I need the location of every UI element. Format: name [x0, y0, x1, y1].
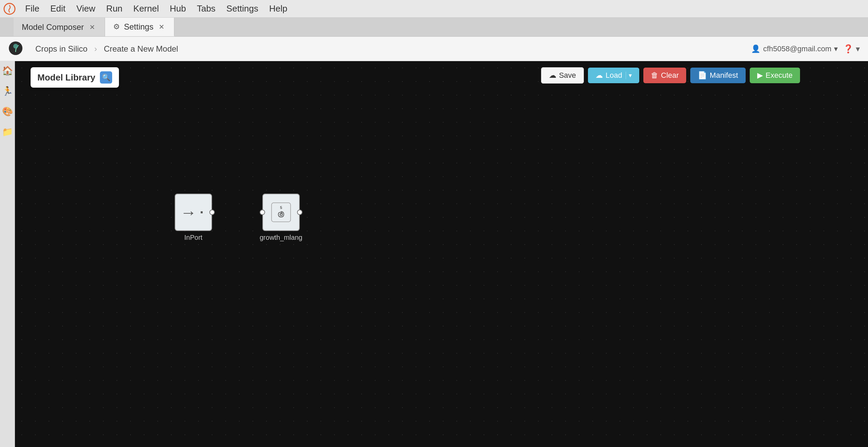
save-label: Save — [559, 71, 576, 80]
user-icon: 👤 — [751, 44, 760, 53]
node-growth-box[interactable]: 5 — [262, 194, 300, 231]
load-label: Load — [606, 71, 622, 80]
main-layout: 🏠 🏃 🎨 📁 Model Library 🔍 ☁ Save ☁ — [0, 61, 868, 447]
save-button[interactable]: ☁ Save — [541, 67, 584, 84]
model-library-label: Model Library — [37, 72, 95, 83]
tabbar: Model Composer ✕ ⚙ Settings ✕ — [0, 18, 868, 37]
app-toolbar: Crops in Silico › Create a New Model 👤 c… — [0, 37, 868, 61]
svg-text:5: 5 — [280, 205, 282, 210]
menu-settings[interactable]: Settings — [222, 2, 263, 15]
node-inport-box[interactable]: →⬝ — [175, 194, 212, 231]
clear-label: Clear — [661, 71, 679, 80]
menu-kernel[interactable]: Kernel — [128, 2, 163, 15]
svg-point-2 — [13, 44, 18, 49]
menu-view[interactable]: View — [72, 2, 100, 15]
clear-button[interactable]: 🗑 Clear — [643, 68, 687, 83]
user-dropdown-icon[interactable]: ▾ — [834, 44, 838, 53]
load-button[interactable]: ☁ Load ▾ — [588, 68, 639, 83]
user-email: cfh5058@gmail.com — [763, 44, 831, 53]
execute-icon: ▶ — [757, 71, 763, 80]
execute-button[interactable]: ▶ Execute — [750, 68, 800, 83]
sidebar-palette-icon[interactable]: 🎨 — [1, 105, 14, 118]
tab-model-composer-close[interactable]: ✕ — [88, 22, 97, 32]
sidebar: 🏠 🏃 🎨 📁 — [0, 61, 15, 447]
load-dropdown-icon[interactable]: ▾ — [626, 72, 632, 79]
menubar: File Edit View Run Kernel Hub Tabs Setti… — [0, 0, 868, 18]
search-icon: 🔍 — [102, 73, 110, 82]
tab-settings-close[interactable]: ✕ — [157, 22, 166, 32]
sidebar-home-icon[interactable]: 🏠 — [1, 65, 14, 77]
node-inport[interactable]: →⬝ InPort — [175, 194, 212, 242]
menu-hub[interactable]: Hub — [165, 2, 191, 15]
load-icon: ☁ — [595, 71, 603, 80]
nav-crops-in-silico[interactable]: Crops in Silico — [29, 41, 94, 56]
app-nav: Crops in Silico › Create a New Model — [29, 41, 751, 56]
svg-point-5 — [280, 213, 282, 214]
inport-icon: →⬝ — [180, 203, 207, 222]
menu-help[interactable]: Help — [264, 2, 292, 15]
crops-logo-icon — [8, 41, 23, 57]
help-circle-icon: ❓ — [843, 44, 853, 53]
save-icon: ☁ — [549, 71, 556, 80]
menu-run[interactable]: Run — [102, 2, 127, 15]
nav-separator: › — [94, 44, 97, 54]
node-inport-label: InPort — [184, 234, 202, 242]
execute-label: Execute — [766, 71, 793, 80]
canvas-toolbar: ☁ Save ☁ Load ▾ 🗑 Clear 📄 Manifest ▶ — [541, 67, 800, 84]
app-right: 👤 cfh5058@gmail.com ▾ ❓ ▾ — [751, 44, 860, 54]
model-library-search-button[interactable]: 🔍 — [100, 71, 112, 84]
node-growth-mlang[interactable]: 5 growth_mlang — [260, 194, 302, 242]
user-info: 👤 cfh5058@gmail.com ▾ — [751, 44, 838, 53]
manifest-icon: 📄 — [698, 71, 707, 80]
tab-model-composer-label: Model Composer — [22, 22, 84, 32]
menu-edit[interactable]: Edit — [46, 2, 70, 15]
model-library-panel: Model Library 🔍 — [31, 67, 119, 88]
manifest-button[interactable]: 📄 Manifest — [690, 68, 745, 83]
settings-tab-icon: ⚙ — [113, 22, 120, 31]
canvas-area[interactable]: Model Library 🔍 ☁ Save ☁ Load ▾ 🗑 — [15, 61, 868, 447]
tab-model-composer[interactable]: Model Composer ✕ — [14, 18, 105, 36]
app-logo-icon — [3, 3, 16, 15]
tab-settings[interactable]: ⚙ Settings ✕ — [105, 18, 175, 36]
menu-file[interactable]: File — [20, 2, 44, 15]
manifest-label: Manifest — [710, 71, 738, 80]
canvas-content: Model Library 🔍 ☁ Save ☁ Load ▾ 🗑 — [15, 61, 868, 447]
clear-icon: 🗑 — [651, 71, 658, 80]
nav-create-new-model[interactable]: Create a New Model — [97, 41, 185, 56]
growth-spiral-icon: 5 — [271, 202, 291, 222]
sidebar-run-icon[interactable]: 🏃 — [1, 85, 14, 97]
node-inport-port-right[interactable] — [209, 210, 215, 215]
help-dropdown-icon[interactable]: ▾ — [856, 44, 860, 53]
tab-settings-label: Settings — [124, 22, 154, 32]
sidebar-folder-icon[interactable]: 📁 — [1, 126, 14, 138]
node-growth-port-left[interactable] — [260, 210, 265, 215]
node-growth-port-right[interactable] — [297, 210, 302, 215]
help-button[interactable]: ❓ ▾ — [843, 44, 860, 54]
node-growth-label: growth_mlang — [260, 234, 302, 242]
menu-tabs[interactable]: Tabs — [192, 2, 220, 15]
